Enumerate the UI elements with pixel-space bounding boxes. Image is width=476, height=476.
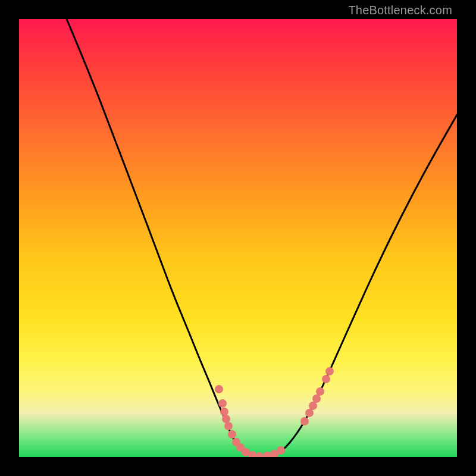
marker-dot — [222, 415, 230, 423]
marker-dot — [316, 387, 324, 396]
marker-dot — [277, 446, 285, 455]
marker-dot — [309, 402, 317, 410]
marker-dot — [300, 417, 309, 425]
marker-dot — [312, 394, 321, 403]
marker-dot — [322, 375, 330, 383]
marker-dot — [305, 409, 314, 417]
curve-markers — [19, 19, 457, 457]
marker-dot — [325, 367, 334, 375]
marker-dot — [263, 452, 271, 457]
marker-dot — [255, 452, 264, 457]
marker-dot — [218, 399, 227, 408]
watermark-text: TheBottleneck.com — [348, 4, 452, 17]
marker-dot — [224, 422, 233, 430]
marker-dot — [228, 430, 236, 439]
plot-area — [19, 19, 457, 457]
marker-dot — [220, 408, 228, 416]
marker-dot — [215, 385, 223, 393]
chart-frame: TheBottleneck.com — [0, 0, 476, 476]
